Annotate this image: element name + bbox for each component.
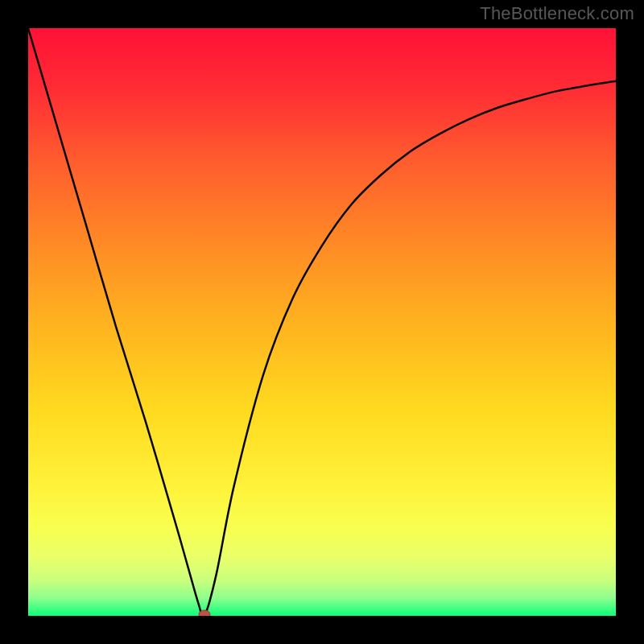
chart-frame: TheBottleneck.com	[0, 0, 644, 644]
gradient-rect	[28, 28, 616, 616]
optimum-marker	[199, 610, 210, 616]
chart-svg	[28, 28, 616, 616]
plot-area	[28, 28, 616, 616]
watermark-text: TheBottleneck.com	[480, 3, 634, 24]
